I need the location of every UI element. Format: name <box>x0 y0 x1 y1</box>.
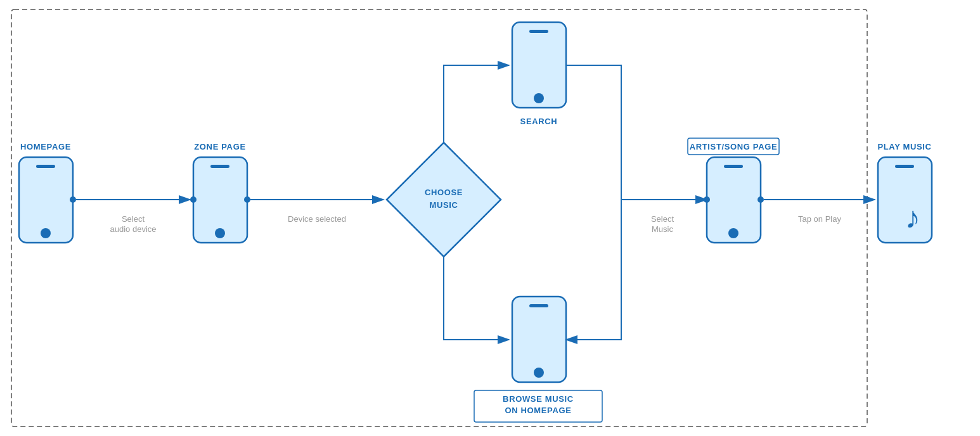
artist-phone-button <box>728 228 738 238</box>
artist-phone-speaker <box>724 165 743 168</box>
choose-music-label1: CHOOSE <box>425 188 463 197</box>
browse-phone-button <box>534 368 544 378</box>
artist-label: ARTIST/SONG PAGE <box>690 142 778 151</box>
browse-phone-speaker <box>529 304 548 307</box>
homepage-connector <box>70 196 76 203</box>
zone-connector-left <box>190 196 197 203</box>
zone-phone-button <box>215 228 225 238</box>
search-phone-button <box>534 93 544 103</box>
browse-label1: BROWSE MUSIC <box>503 394 574 404</box>
browse-label2: ON HOMEPAGE <box>505 406 571 415</box>
homepage-phone-button <box>41 228 51 238</box>
zone-label: ZONE PAGE <box>194 142 245 151</box>
search-phone-speaker <box>529 30 548 33</box>
artist-connector-left <box>704 196 710 203</box>
label-select-audio: Select <box>122 214 145 224</box>
label-device-selected: Device selected <box>288 214 346 224</box>
artist-connector-right <box>758 196 764 203</box>
choose-music-label2: MUSIC <box>429 200 458 210</box>
homepage-label: HOMEPAGE <box>20 142 71 151</box>
label-select-music: Select <box>651 214 674 224</box>
play-label: PLAY MUSIC <box>877 142 931 151</box>
homepage-phone-speaker <box>36 165 55 168</box>
zone-phone-speaker <box>210 165 229 168</box>
diagram-container: HOMEPAGE ZONE PAGE Select audio device D… <box>0 0 980 436</box>
arrow-choose-search <box>444 65 509 143</box>
label-select-music2: Music <box>652 224 673 234</box>
label-select-audio2: audio device <box>110 224 157 234</box>
search-browse-connector <box>566 65 621 340</box>
play-phone-speaker <box>895 165 914 168</box>
play-music-note: ♪ <box>905 201 920 234</box>
zone-connector-right <box>244 196 250 203</box>
arrow-choose-browse <box>444 257 509 340</box>
search-label: SEARCH <box>520 117 558 126</box>
choose-music-diamond <box>387 143 501 257</box>
label-tap-play: Tap on Play <box>798 214 841 224</box>
